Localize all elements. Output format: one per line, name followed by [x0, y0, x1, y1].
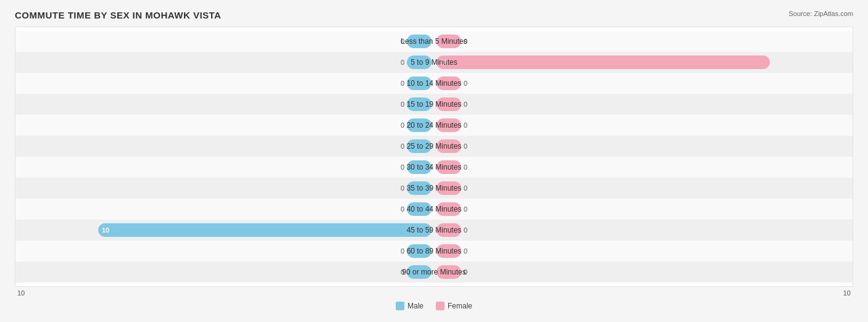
- female-bar-stub: [436, 265, 461, 279]
- bar-row: 090 or more Minutes0: [15, 262, 853, 283]
- male-bar-stub: [407, 76, 432, 90]
- female-bar-stub: [436, 244, 461, 258]
- male-zero-value: 0: [401, 80, 404, 87]
- right-section: 0: [434, 74, 853, 93]
- right-section: 0: [434, 200, 853, 218]
- right-section: 0: [434, 179, 853, 197]
- female-zero-value: 0: [464, 205, 467, 213]
- female-bar-stub: [436, 181, 461, 195]
- male-zero-value: 0: [401, 247, 404, 255]
- female-label: Female: [448, 302, 472, 310]
- bar-row: 010 to 14 Minutes0: [15, 73, 853, 94]
- male-bar-value: 10: [98, 226, 113, 234]
- male-bar-stub: [407, 265, 432, 279]
- axis-row: 10 10: [15, 287, 853, 297]
- right-section: 0: [434, 137, 853, 155]
- female-bar-stub: [436, 223, 461, 237]
- bar-row: 05 to 9 Minutes10: [15, 52, 853, 73]
- male-bar-stub: [407, 97, 432, 111]
- right-section: 0: [434, 32, 853, 51]
- male-zero-value: 0: [401, 163, 404, 171]
- male-bar-stub: [407, 244, 432, 258]
- legend: Male Female: [15, 302, 853, 310]
- female-zero-value: 0: [464, 226, 467, 234]
- female-zero-value: 0: [464, 163, 467, 171]
- chart-area: 0Less than 5 Minutes005 to 9 Minutes1001…: [15, 27, 853, 287]
- male-swatch: [396, 302, 404, 310]
- left-section: 0: [15, 53, 434, 72]
- male-bar-stub: [407, 35, 432, 48]
- female-bar-stub: [436, 76, 461, 90]
- male-bar: 10: [98, 223, 432, 237]
- bar-row: 040 to 44 Minutes0: [15, 199, 853, 220]
- chart-container: COMMUTE TIME BY SEX IN MOHAWK VISTA Sour…: [0, 0, 868, 322]
- left-section: 0: [15, 263, 434, 281]
- female-bar: 10: [436, 56, 770, 69]
- legend-female: Female: [436, 302, 472, 310]
- left-section: 0: [15, 116, 434, 134]
- left-section: 0: [15, 200, 434, 218]
- bar-row: 020 to 24 Minutes0: [15, 115, 853, 136]
- male-bar-stub: [407, 181, 432, 195]
- bar-row: 0Less than 5 Minutes0: [15, 31, 853, 52]
- bar-row: 060 to 89 Minutes0: [15, 241, 853, 262]
- male-zero-value: 0: [401, 268, 404, 276]
- left-section: 0: [15, 32, 434, 51]
- chart-source: Source: ZipAtlas.com: [788, 10, 853, 17]
- axis-left-label: 10: [15, 289, 25, 297]
- female-zero-value: 0: [464, 142, 467, 150]
- female-bar-stub: [436, 202, 461, 216]
- female-bar-stub: [436, 97, 461, 111]
- female-zero-value: 0: [464, 184, 467, 192]
- left-section: 0: [15, 242, 434, 260]
- male-bar-stub: [407, 139, 432, 153]
- male-zero-value: 0: [401, 142, 404, 150]
- female-zero-value: 0: [464, 247, 467, 255]
- male-zero-value: 0: [401, 59, 404, 66]
- left-section: 0: [15, 74, 434, 93]
- female-zero-value: 0: [464, 122, 467, 129]
- female-bar-value: 10: [436, 59, 451, 66]
- female-zero-value: 0: [464, 80, 467, 87]
- left-section: 0: [15, 179, 434, 197]
- male-bar-stub: [407, 160, 432, 174]
- left-section: 0: [15, 158, 434, 176]
- male-zero-value: 0: [401, 38, 404, 45]
- bar-row: 015 to 19 Minutes0: [15, 94, 853, 115]
- right-section: 0: [434, 95, 853, 114]
- female-bar-stub: [436, 35, 461, 48]
- right-section: 0: [434, 242, 853, 260]
- female-bar-stub: [436, 139, 461, 153]
- male-zero-value: 0: [401, 122, 404, 129]
- male-bar-stub: [407, 202, 432, 216]
- male-label: Male: [407, 302, 424, 310]
- left-section: 0: [15, 137, 434, 155]
- bar-row: 1045 to 59 Minutes0: [15, 220, 853, 241]
- right-section: 0: [434, 221, 853, 239]
- male-zero-value: 0: [401, 184, 404, 192]
- left-section: 0: [15, 95, 434, 114]
- male-bar-stub: [407, 118, 432, 132]
- female-zero-value: 0: [464, 101, 467, 108]
- left-section: 10: [15, 221, 434, 239]
- right-section: 0: [434, 263, 853, 281]
- right-section: 10: [434, 53, 853, 72]
- female-bar-stub: [436, 160, 461, 174]
- axis-right-label: 10: [843, 289, 853, 297]
- female-zero-value: 0: [464, 268, 467, 276]
- male-zero-value: 0: [401, 205, 404, 213]
- female-zero-value: 0: [464, 38, 467, 45]
- female-swatch: [436, 302, 444, 310]
- bar-row: 030 to 34 Minutes0: [15, 157, 853, 178]
- right-section: 0: [434, 116, 853, 134]
- male-zero-value: 0: [401, 101, 404, 108]
- bar-row: 025 to 29 Minutes0: [15, 136, 853, 157]
- bar-row: 035 to 39 Minutes0: [15, 178, 853, 199]
- legend-male: Male: [396, 302, 424, 310]
- chart-header: COMMUTE TIME BY SEX IN MOHAWK VISTA Sour…: [15, 10, 853, 20]
- female-bar-stub: [436, 118, 461, 132]
- chart-title: COMMUTE TIME BY SEX IN MOHAWK VISTA: [15, 10, 221, 20]
- male-bar-stub: [407, 56, 432, 69]
- right-section: 0: [434, 158, 853, 176]
